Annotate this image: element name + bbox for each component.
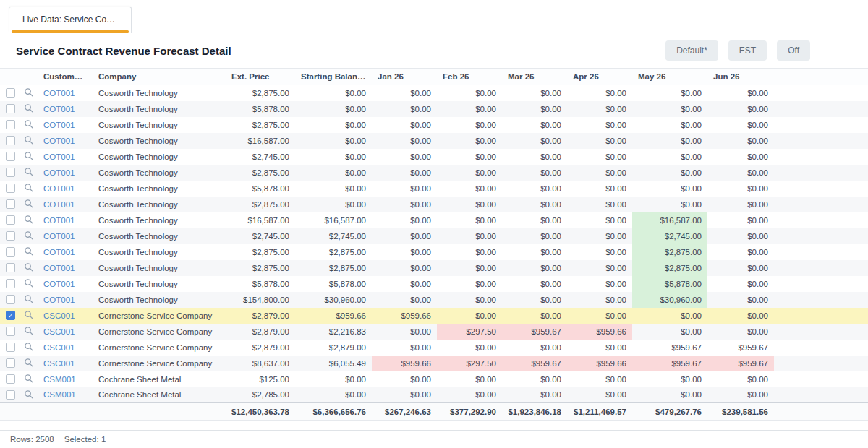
magnifier-icon[interactable]	[24, 246, 33, 256]
amount-cell: $0.00	[372, 85, 437, 101]
magnifier-icon[interactable]	[24, 87, 33, 97]
est-button[interactable]: EST	[728, 40, 767, 61]
magnifier-icon[interactable]	[24, 374, 33, 383]
col-feb-26[interactable]: Feb 26	[437, 69, 502, 85]
row-checkbox[interactable]	[6, 184, 15, 193]
col-may-26[interactable]: May 26	[632, 69, 707, 85]
table-row[interactable]: COT001Cosworth Technology$2,875.00$0.00$…	[0, 117, 868, 133]
customer-code-link[interactable]: CSC001	[43, 327, 75, 336]
table-row[interactable]: COT001Cosworth Technology$2,745.00$2,745…	[0, 228, 868, 244]
company-cell: Cornerstone Service Company	[93, 356, 226, 371]
table-row[interactable]: COT001Cosworth Technology$5,878.00$0.00$…	[0, 101, 868, 117]
amount-cell: $959.67	[502, 324, 567, 340]
row-checkbox[interactable]	[6, 88, 15, 98]
table-row[interactable]: CSM001Cochrane Sheet Metal$125.00$0.00$0…	[0, 371, 868, 387]
col-ext-price[interactable]: Ext. Price	[226, 69, 295, 85]
magnifier-icon[interactable]	[24, 358, 33, 367]
magnifier-icon[interactable]	[24, 389, 33, 399]
table-row[interactable]: COT001Cosworth Technology$2,875.00$2,875…	[0, 244, 868, 260]
customer-code-link[interactable]: COT001	[43, 248, 75, 257]
table-row[interactable]: COT001Cosworth Technology$2,875.00$0.00$…	[0, 165, 868, 181]
col-mar-26[interactable]: Mar 26	[502, 69, 567, 85]
magnifier-icon[interactable]	[24, 151, 33, 160]
magnifier-icon[interactable]	[24, 119, 33, 129]
amount-cell: $0.00	[502, 165, 567, 181]
table-row[interactable]: COT001Cosworth Technology$5,878.00$0.00$…	[0, 181, 868, 197]
table-row[interactable]: COT001Cosworth Technology$2,745.00$0.00$…	[0, 149, 868, 165]
row-checkbox[interactable]	[6, 263, 15, 272]
table-row[interactable]: CSC001Cornerstone Service Company$2,879.…	[0, 324, 868, 340]
customer-code-link[interactable]: COT001	[43, 168, 75, 177]
row-checkbox[interactable]	[6, 358, 15, 368]
row-checkbox[interactable]	[6, 168, 15, 177]
row-checkbox[interactable]	[6, 279, 15, 288]
magnifier-icon[interactable]	[24, 326, 33, 335]
table-row[interactable]: COT001Cosworth Technology$16,587.00$0.00…	[0, 133, 868, 149]
magnifier-icon[interactable]	[24, 135, 33, 145]
customer-code-link[interactable]: COT001	[43, 89, 75, 98]
row-checkbox[interactable]	[6, 136, 15, 145]
off-button[interactable]: Off	[777, 40, 810, 61]
table-row[interactable]: CSC001Cornerstone Service Company$8,637.…	[0, 356, 868, 371]
col-company[interactable]: Company	[93, 69, 226, 85]
table-row[interactable]: COT001Cosworth Technology$154,800.00$30,…	[0, 292, 868, 308]
row-checkbox[interactable]	[6, 343, 15, 352]
table-row[interactable]: COT001Cosworth Technology$2,875.00$2,875…	[0, 260, 868, 276]
customer-code-link[interactable]: COT001	[43, 280, 75, 288]
row-checkbox[interactable]	[6, 215, 15, 225]
magnifier-icon[interactable]	[24, 167, 33, 176]
customer-code-link[interactable]: COT001	[43, 216, 75, 225]
row-checkbox[interactable]	[6, 152, 15, 161]
customer-code-link[interactable]: CSM001	[43, 375, 76, 384]
table-row[interactable]: ✓CSC001Cornerstone Service Company$2,879…	[0, 308, 868, 324]
table-row[interactable]: CSC001Cornerstone Service Company$2,879.…	[0, 340, 868, 356]
table-row[interactable]: COT001Cosworth Technology$5,878.00$5,878…	[0, 276, 868, 292]
table-row[interactable]: COT001Cosworth Technology$16,587.00$16,5…	[0, 212, 868, 228]
row-checkbox[interactable]	[6, 295, 15, 304]
customer-code-link[interactable]: CSM001	[43, 390, 76, 399]
customer-code-link[interactable]: COT001	[43, 121, 75, 129]
magnifier-icon[interactable]	[24, 231, 33, 240]
magnifier-icon[interactable]	[24, 262, 33, 272]
col-jun-26[interactable]: Jun 26	[707, 69, 774, 85]
row-checkbox[interactable]	[6, 390, 15, 400]
table-row[interactable]: CSM001Cochrane Sheet Metal$2,785.00$0.00…	[0, 387, 868, 403]
table-row[interactable]: COT001Cosworth Technology$2,875.00$0.00$…	[0, 85, 868, 101]
customer-code-link[interactable]: COT001	[43, 184, 75, 193]
amount-cell: $0.00	[632, 117, 707, 133]
customer-code-link[interactable]: COT001	[43, 200, 75, 209]
default-view-button[interactable]: Default*	[665, 40, 718, 61]
customer-code-link[interactable]: CSC001	[43, 359, 75, 368]
customer-code-link[interactable]: COT001	[43, 105, 75, 113]
row-checkbox[interactable]	[6, 247, 15, 257]
row-checkbox[interactable]	[6, 199, 15, 209]
col-starting-balance[interactable]: Starting Balance	[295, 69, 372, 85]
customer-code-link[interactable]: COT001	[43, 232, 75, 241]
col-apr-26[interactable]: Apr 26	[567, 69, 632, 85]
row-checkbox[interactable]	[6, 374, 15, 384]
magnifier-icon[interactable]	[24, 278, 33, 288]
table-row[interactable]: COT001Cosworth Technology$2,875.00$0.00$…	[0, 197, 868, 212]
customer-code-link[interactable]: CSC001	[43, 311, 75, 320]
row-checkbox[interactable]	[6, 120, 15, 129]
magnifier-icon[interactable]	[24, 342, 33, 351]
row-checkbox[interactable]: ✓	[6, 311, 15, 320]
tab-live-data-service-contract[interactable]: Live Data: Service Contr...	[9, 7, 132, 33]
customer-code-link[interactable]: CSC001	[43, 343, 75, 352]
magnifier-icon[interactable]	[24, 199, 33, 208]
magnifier-icon[interactable]	[24, 183, 33, 192]
col-customer[interactable]: Customer...	[38, 69, 93, 85]
magnifier-icon[interactable]	[24, 215, 33, 224]
magnifier-icon[interactable]	[24, 103, 33, 113]
row-checkbox[interactable]	[6, 104, 15, 113]
customer-code-link[interactable]: COT001	[43, 264, 75, 272]
magnifier-icon[interactable]	[24, 294, 33, 303]
col-jan-26[interactable]: Jan 26	[372, 69, 437, 85]
magnifier-icon[interactable]	[24, 310, 33, 319]
customer-code-link[interactable]: COT001	[43, 152, 75, 161]
amount-cell: $0.00	[437, 85, 502, 101]
customer-code-link[interactable]: COT001	[43, 137, 75, 145]
row-checkbox[interactable]	[6, 231, 15, 241]
customer-code-link[interactable]: COT001	[43, 296, 75, 304]
row-checkbox[interactable]	[6, 327, 15, 336]
